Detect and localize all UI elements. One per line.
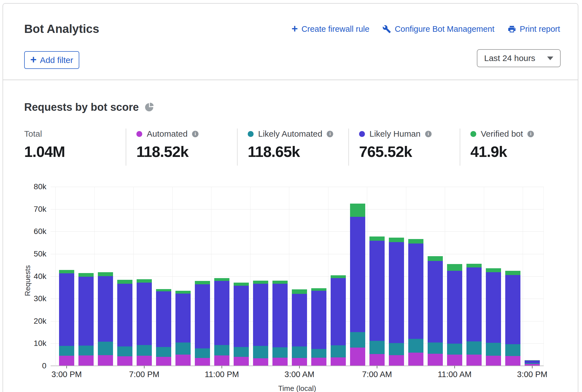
stacked-bar[interactable]: [292, 289, 307, 366]
plot-area: [51, 187, 544, 366]
stat-total-label: Total: [24, 129, 42, 139]
print-report-link[interactable]: Print report: [507, 24, 560, 34]
stat-likely-automated: Likely Automated i 118.65k: [237, 129, 348, 166]
info-icon[interactable]: i: [327, 131, 333, 137]
bar-segment: [98, 342, 113, 355]
stacked-bar[interactable]: [525, 360, 540, 366]
create-firewall-rule-link[interactable]: + Create firewall rule: [292, 24, 369, 34]
info-icon[interactable]: i: [192, 131, 198, 137]
automated-dot-icon: [136, 131, 142, 137]
stacked-bar[interactable]: [331, 275, 346, 366]
bar-segment: [389, 343, 404, 355]
bar-segment: [137, 279, 152, 283]
time-range-value: Last 24 hours: [484, 53, 547, 63]
bar-segment: [331, 278, 346, 345]
info-icon[interactable]: i: [527, 131, 534, 137]
stacked-bar[interactable]: [253, 281, 268, 366]
bar-segment: [331, 345, 346, 357]
bar-segment: [369, 341, 385, 354]
bar-segment: [466, 341, 482, 355]
stat-automated-value: 118.52k: [136, 143, 237, 160]
y-tick-label: 0: [13, 361, 46, 370]
stacked-bar[interactable]: [195, 281, 210, 366]
bar-segment: [175, 294, 191, 343]
gridline: [211, 187, 211, 366]
stacked-bar[interactable]: [408, 239, 423, 366]
gridline: [523, 187, 523, 366]
stacked-bar[interactable]: [447, 264, 462, 366]
pie-chart-icon: [145, 103, 153, 111]
bar-segment: [466, 267, 482, 341]
stat-total: Total 1.04M: [22, 129, 126, 166]
bar-segment: [311, 349, 326, 358]
x-tick: [66, 366, 67, 368]
bar-segment: [78, 273, 94, 277]
stat-likely-automated-label: Likely Automated: [258, 129, 322, 139]
bar-segment: [292, 294, 307, 346]
gridline: [328, 187, 328, 366]
chevron-down-icon: [547, 57, 553, 60]
stat-verified-bot: Verified bot i 41.9k: [460, 129, 571, 166]
bar-segment: [486, 268, 501, 272]
gridline: [406, 187, 406, 366]
configure-bot-management-link[interactable]: Configure Bot Management: [382, 24, 495, 34]
stacked-bar[interactable]: [78, 273, 94, 366]
stacked-bar[interactable]: [137, 279, 152, 366]
bar-segment: [253, 346, 268, 358]
stacked-bar[interactable]: [272, 281, 288, 366]
bar-segment: [350, 348, 365, 366]
stacked-bar[interactable]: [311, 288, 326, 366]
stacked-bar[interactable]: [98, 272, 113, 366]
bar-segment: [505, 344, 520, 356]
stacked-bar[interactable]: [156, 289, 171, 366]
stacked-bar[interactable]: [486, 268, 501, 366]
bar-segment: [447, 355, 462, 366]
bar-segment: [466, 355, 482, 366]
stacked-bar[interactable]: [59, 270, 74, 366]
bar-segment: [350, 332, 365, 348]
stat-verified-bot-label: Verified bot: [481, 129, 523, 139]
bar-segment: [272, 347, 288, 358]
x-tick: [222, 366, 222, 368]
bar-segment: [408, 239, 423, 244]
stat-automated: Automated i 118.52k: [126, 129, 237, 166]
bar-segment: [234, 357, 249, 366]
stacked-bar[interactable]: [175, 291, 191, 366]
stacked-bar[interactable]: [350, 204, 365, 366]
bar-segment: [175, 343, 191, 355]
bar-segment: [137, 283, 152, 345]
x-tick-label: 11:00 PM: [191, 370, 253, 379]
bar-segment: [389, 355, 404, 366]
info-icon[interactable]: i: [425, 131, 432, 137]
bar-segment: [272, 284, 288, 347]
plus-icon: +: [30, 55, 37, 64]
add-filter-button[interactable]: + Add filter: [24, 51, 79, 69]
stacked-bar[interactable]: [428, 256, 443, 366]
stacked-bar[interactable]: [234, 283, 249, 366]
stacked-bar[interactable]: [369, 236, 385, 366]
time-range-select[interactable]: Last 24 hours: [477, 49, 561, 67]
bar-segment: [428, 354, 443, 366]
gridline: [172, 187, 173, 366]
gridline: [484, 187, 484, 366]
x-tick-label: 7:00 AM: [346, 370, 408, 379]
stacked-bar[interactable]: [117, 280, 132, 366]
stacked-bar[interactable]: [389, 238, 404, 366]
print-report-label: Print report: [520, 24, 560, 34]
bar-segment: [59, 346, 74, 356]
y-tick-label: 30k: [13, 294, 46, 303]
bar-segment: [447, 271, 462, 344]
likely-automated-dot-icon: [248, 131, 254, 137]
bar-segment: [331, 275, 346, 278]
stacked-bar[interactable]: [505, 271, 520, 366]
bar-segment: [195, 284, 210, 348]
bar-segment: [253, 358, 268, 366]
bar-segment: [214, 345, 229, 355]
stacked-bar[interactable]: [214, 278, 229, 366]
stacked-bar[interactable]: [466, 264, 482, 366]
x-tick-label: 3:00 PM: [36, 370, 98, 379]
bar-segment: [447, 264, 462, 271]
bar-segment: [117, 280, 132, 284]
bot-analytics-card: Bot Analytics + Create firewall rule Con…: [3, 3, 578, 392]
x-tick: [299, 366, 300, 368]
